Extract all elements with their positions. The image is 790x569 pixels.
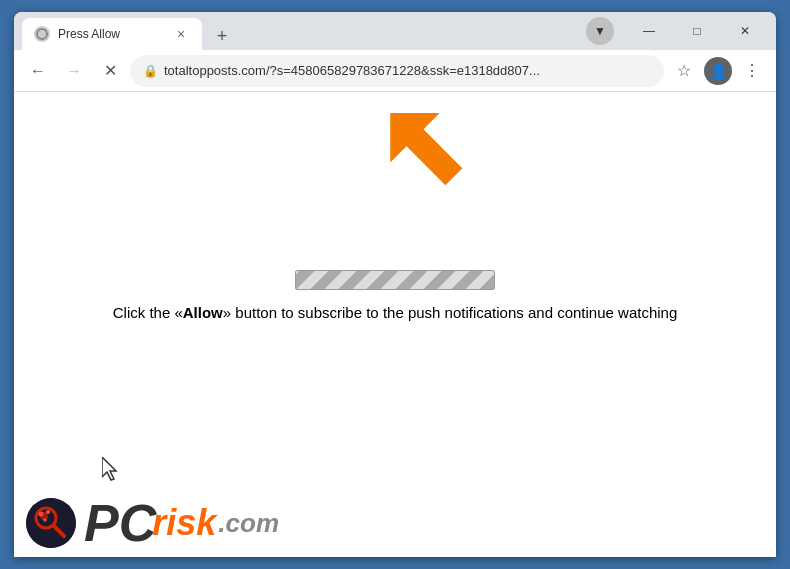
title-bar: Press Allow × + ▼ — □ ✕ xyxy=(14,12,776,50)
close-button[interactable]: ✕ xyxy=(722,15,768,47)
navigation-bar: ← → ✕ 🔒 totaltopposts.com/?s=45806582978… xyxy=(14,50,776,92)
progress-bar-container xyxy=(295,270,495,290)
back-button[interactable]: ← xyxy=(22,55,54,87)
pcrisk-com-text: .com xyxy=(218,508,279,539)
pcrisk-logo: PC risk .com xyxy=(14,489,291,557)
maximize-button[interactable]: □ xyxy=(674,15,720,47)
tab-close-button[interactable]: × xyxy=(172,25,190,43)
downloads-arrow-icon: ▼ xyxy=(594,24,606,38)
profile-button[interactable]: 👤 xyxy=(704,57,732,85)
address-bar[interactable]: 🔒 totaltopposts.com/?s=45806582978367122… xyxy=(130,55,664,87)
svg-point-8 xyxy=(43,518,47,522)
minimize-button[interactable]: — xyxy=(626,15,672,47)
orange-arrow-icon xyxy=(365,102,465,202)
tab-title: Press Allow xyxy=(58,27,164,41)
svg-point-6 xyxy=(39,512,44,517)
forward-button[interactable]: → xyxy=(58,55,90,87)
url-text: totaltopposts.com/?s=458065829783671228&… xyxy=(164,63,651,78)
pcrisk-pc-text: PC xyxy=(84,497,156,549)
downloads-button[interactable]: ▼ xyxy=(586,17,614,45)
tab-favicon xyxy=(34,26,50,42)
back-icon: ← xyxy=(30,62,46,80)
instruction-text-before: Click the «Allow» button to subscribe to… xyxy=(113,304,678,321)
lock-icon: 🔒 xyxy=(143,64,158,78)
profile-icon: 👤 xyxy=(710,63,727,79)
svg-point-7 xyxy=(46,510,50,514)
new-tab-button[interactable]: + xyxy=(208,22,236,50)
content-area: Click the «Allow» button to subscribe to… xyxy=(14,92,776,557)
pcrisk-icon xyxy=(26,498,76,548)
reload-button[interactable]: ✕ xyxy=(94,55,126,87)
pcrisk-risk-text: risk xyxy=(152,505,216,541)
tab-area: Press Allow × + xyxy=(22,12,582,50)
window-controls: — □ ✕ xyxy=(626,15,768,47)
mouse-cursor xyxy=(102,457,122,486)
star-icon: ☆ xyxy=(677,61,691,80)
forward-icon: → xyxy=(66,62,82,80)
reload-icon: ✕ xyxy=(104,61,117,80)
browser-window: Press Allow × + ▼ — □ ✕ ← → xyxy=(14,12,776,557)
menu-icon: ⋮ xyxy=(744,61,760,80)
svg-marker-1 xyxy=(102,457,116,480)
progress-bar xyxy=(295,270,495,290)
svg-point-2 xyxy=(26,498,76,548)
bookmark-button[interactable]: ☆ xyxy=(668,55,700,87)
cursor-icon xyxy=(102,457,122,481)
svg-marker-0 xyxy=(366,102,465,201)
menu-button[interactable]: ⋮ xyxy=(736,55,768,87)
arrow-container xyxy=(365,102,465,206)
pcrisk-logo-icon xyxy=(26,498,76,548)
instruction-text: Click the «Allow» button to subscribe to… xyxy=(34,302,756,323)
active-tab[interactable]: Press Allow × xyxy=(22,18,202,50)
